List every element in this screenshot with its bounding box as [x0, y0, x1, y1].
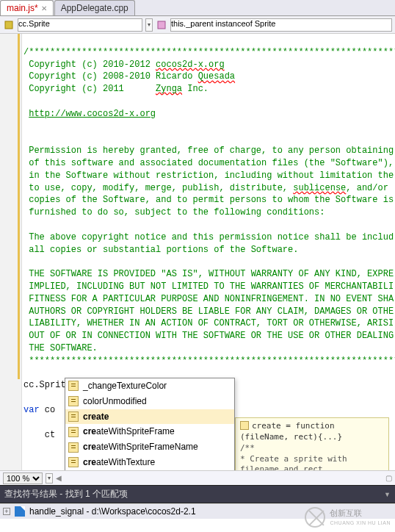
cube-icon [3, 19, 15, 31]
chevron-down-icon[interactable]: ▾ [46, 473, 53, 484]
result-text: handle_signal - d:\Workspace\cocos2d-2.1 [29, 506, 196, 517]
ac-item[interactable]: createWithSpriteFrameName [65, 439, 234, 455]
tab-label: AppDelegate.cpp [61, 3, 128, 13]
method-icon [240, 421, 249, 430]
split-icon[interactable]: ▢ [385, 474, 392, 482]
chevron-down-icon[interactable]: ▼ [384, 491, 391, 498]
doc-line: * Create a sprite with filename and rect [240, 454, 384, 470]
scope-text: cc.Sprite [18, 19, 50, 28]
zoom-selector[interactable]: 100 % [3, 472, 43, 484]
svg-rect-0 [5, 21, 12, 29]
method-icon [68, 457, 79, 467]
nav-back-icon[interactable]: ◀ [56, 474, 62, 482]
ac-label: createWithSpriteFrameName [83, 441, 198, 453]
method-icon [156, 19, 167, 31]
file-icon [15, 506, 25, 517]
ac-item-selected[interactable]: create [65, 409, 234, 425]
svg-rect-1 [158, 21, 165, 29]
autocomplete-popup: _changeTextureColor colorUnmodified crea… [65, 378, 235, 470]
method-icon [68, 427, 79, 437]
member-selector[interactable]: this._parent instanceof Sprite [170, 18, 392, 32]
tab-label: main.js* [7, 3, 38, 13]
doc-tooltip: create = function (fileName, rect){...} … [235, 417, 389, 470]
ac-label: createWithTexture [83, 456, 155, 469]
method-icon [68, 396, 79, 406]
editor-gutter [0, 34, 22, 470]
scope-selector[interactable]: cc.Sprite [18, 18, 142, 32]
member-text: this._parent instanceof Sprite [171, 19, 275, 28]
change-indicator [18, 34, 20, 379]
zoom-bar: 100 % ▾ ◀ ▢ [0, 470, 395, 485]
ac-label: colorUnmodified [83, 395, 147, 408]
ac-label: _changeTextureColor [83, 380, 167, 392]
code-editor[interactable]: /***************************************… [0, 34, 395, 470]
chevron-down-icon[interactable]: ▾ [145, 18, 153, 32]
tab-bar: main.js* ✕ AppDelegate.cpp [0, 0, 395, 16]
ac-item[interactable]: _changeTextureColor [65, 378, 234, 394]
method-icon [68, 381, 79, 391]
find-results-text: 查找符号结果 - 找到 1 个匹配项 [4, 488, 128, 500]
ac-item[interactable]: colorUnmodified [65, 394, 234, 409]
ac-label: create [83, 411, 109, 423]
tab-main-js[interactable]: main.js* ✕ [0, 0, 54, 15]
ac-label: createWithSpriteFrame [83, 425, 175, 438]
find-results-header[interactable]: 查找符号结果 - 找到 1 个匹配项 ▼ [0, 485, 395, 503]
link-cocos2dx[interactable]: http://www.cocos2d-x.org [29, 109, 156, 119]
close-icon[interactable]: ✕ [41, 4, 47, 12]
expand-icon[interactable]: + [3, 508, 10, 515]
ac-item[interactable]: createWithSpriteFrame [65, 424, 234, 439]
doc-line: /** [240, 443, 384, 454]
method-icon [68, 442, 79, 453]
find-result-row[interactable]: + handle_signal - d:\Workspace\cocos2d-2… [0, 503, 395, 519]
tab-appdelegate-cpp[interactable]: AppDelegate.cpp [54, 0, 135, 15]
navigation-bar: cc.Sprite ▾ this._parent instanceof Spri… [0, 16, 395, 34]
ac-item[interactable]: createWithTexture [65, 455, 234, 470]
method-icon [68, 411, 79, 422]
watermark-text-en: CHUANG XIN HU LIAN [330, 520, 391, 525]
doc-signature: create = function (fileName, rect){...} [240, 421, 342, 442]
